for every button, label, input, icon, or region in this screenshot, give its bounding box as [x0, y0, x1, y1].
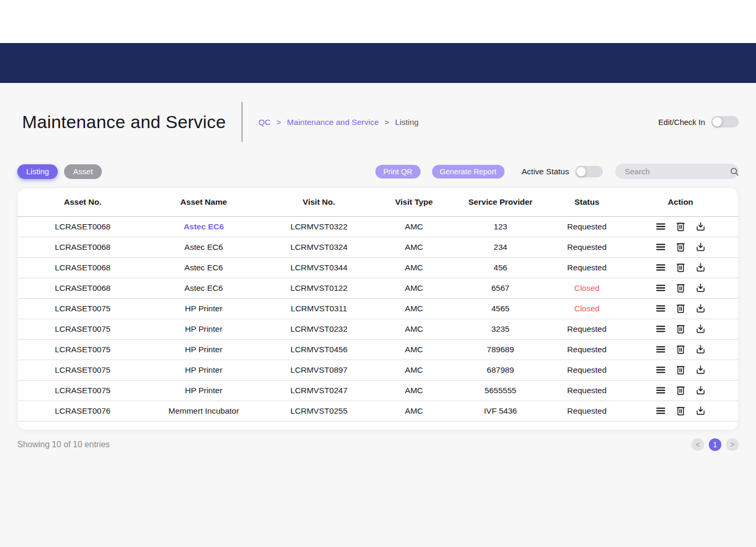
tab-listing[interactable]: Listing: [17, 164, 58, 179]
download-icon[interactable]: [695, 221, 706, 232]
cell-service-provider: 6567: [450, 278, 551, 298]
delete-icon[interactable]: [675, 323, 686, 334]
cell-service-provider: 123: [450, 216, 551, 237]
table-header-row: Asset No. Asset Name Visit No. Visit Typ…: [18, 188, 738, 216]
listing-table: Asset No. Asset Name Visit No. Visit Typ…: [18, 188, 738, 422]
cell-service-provider: 3235: [450, 319, 551, 339]
cell-actions: [623, 216, 738, 237]
status-badge: Requested: [551, 401, 623, 421]
download-icon[interactable]: [695, 385, 706, 396]
cell-asset-name[interactable]: Astec EC6: [148, 216, 260, 237]
cell-asset-name: Astec EC6: [148, 237, 260, 257]
cell-visit-type: AMC: [378, 216, 450, 237]
delete-icon[interactable]: [675, 303, 686, 314]
table-row: LCRASET0075 HP Printer LCRMVST0311 AMC 4…: [18, 298, 738, 319]
pagination: < 1 >: [691, 438, 739, 451]
cell-asset-no: LCRASET0068: [18, 237, 148, 257]
pagination-page-1[interactable]: 1: [709, 438, 721, 451]
table-row: LCRASET0075 HP Printer LCRMVST0247 AMC 5…: [18, 380, 738, 401]
delete-icon[interactable]: [675, 241, 686, 253]
menu-icon[interactable]: [655, 241, 666, 253]
cell-visit-no: LCRMVST0247: [260, 380, 378, 401]
cell-asset-no: LCRASET0068: [18, 257, 148, 278]
download-icon[interactable]: [695, 405, 706, 416]
download-icon[interactable]: [695, 303, 706, 314]
toolbar-right: Print QR Generate Report Active Status: [375, 164, 739, 179]
delete-icon[interactable]: [675, 262, 686, 273]
menu-icon[interactable]: [655, 303, 666, 314]
toggle-knob: [576, 167, 586, 176]
cell-visit-type: AMC: [378, 278, 450, 298]
col-status: Status: [551, 188, 623, 216]
menu-icon[interactable]: [655, 282, 666, 293]
delete-icon[interactable]: [675, 405, 686, 416]
edit-checkin-label: Edit/Check In: [658, 118, 705, 127]
status-badge: Requested: [551, 237, 623, 257]
active-status-toggle[interactable]: [575, 166, 603, 177]
breadcrumb-section[interactable]: Maintenance and Service: [287, 118, 379, 127]
footer-row: Showing 10 of 10 entries < 1 >: [0, 430, 756, 451]
menu-icon[interactable]: [655, 221, 666, 232]
download-icon[interactable]: [695, 282, 706, 293]
cell-actions: [623, 339, 738, 360]
title-divider: [242, 102, 243, 142]
cell-actions: [623, 319, 738, 339]
cell-asset-name: HP Printer: [148, 298, 260, 319]
search-input[interactable]: [625, 167, 729, 176]
delete-icon[interactable]: [675, 364, 686, 375]
table-row: LCRASET0068 Astec EC6 LCRMVST0122 AMC 65…: [18, 278, 738, 298]
cell-visit-no: LCRMVST0232: [260, 319, 378, 339]
cell-visit-no: LCRMVST0255: [260, 401, 378, 421]
download-icon[interactable]: [695, 262, 706, 273]
menu-icon[interactable]: [655, 364, 666, 375]
cell-visit-type: AMC: [378, 360, 450, 380]
download-icon[interactable]: [695, 241, 706, 253]
menu-icon[interactable]: [655, 262, 666, 273]
cell-asset-name: HP Printer: [148, 360, 260, 380]
delete-icon[interactable]: [675, 344, 686, 355]
cell-visit-type: AMC: [378, 380, 450, 401]
download-icon[interactable]: [695, 323, 706, 334]
cell-visit-no: LCRMVST0324: [260, 237, 378, 257]
cell-service-provider: 456: [450, 257, 551, 278]
delete-icon[interactable]: [675, 385, 686, 396]
table-row: LCRASET0068 Astec EC6 LCRMVST0322 AMC 12…: [18, 216, 738, 237]
col-asset-name: Asset Name: [148, 188, 260, 216]
app-header-bar: [0, 43, 756, 83]
cell-actions: [623, 380, 738, 401]
cell-actions: [623, 237, 738, 257]
download-icon[interactable]: [695, 364, 706, 375]
menu-icon[interactable]: [655, 405, 666, 416]
cell-service-provider: IVF 5436: [450, 401, 551, 421]
entries-summary: Showing 10 of 10 entries: [17, 440, 110, 449]
edit-checkin-control: Edit/Check In: [658, 116, 739, 128]
cell-asset-no: LCRASET0075: [18, 380, 148, 401]
search-box: [615, 164, 739, 179]
top-white-strip: [0, 0, 756, 43]
generate-report-button[interactable]: Generate Report: [432, 165, 505, 178]
col-service-provider: Service Provider: [450, 188, 551, 216]
cell-asset-no: LCRASET0075: [18, 360, 148, 380]
menu-icon[interactable]: [655, 323, 666, 334]
pagination-prev-button[interactable]: <: [691, 438, 704, 451]
search-icon[interactable]: [729, 166, 740, 177]
active-status-label: Active Status: [522, 167, 569, 176]
download-icon[interactable]: [695, 344, 706, 355]
page-content: Maintenance and Service QC > Maintenance…: [0, 83, 756, 547]
pagination-next-button[interactable]: >: [726, 438, 739, 451]
delete-icon[interactable]: [675, 221, 686, 232]
delete-icon[interactable]: [675, 282, 686, 293]
cell-asset-name: HP Printer: [148, 319, 260, 339]
menu-icon[interactable]: [655, 385, 666, 396]
tab-asset[interactable]: Asset: [64, 164, 102, 179]
col-asset-no: Asset No.: [18, 188, 148, 216]
cell-visit-type: AMC: [378, 319, 450, 339]
print-qr-button[interactable]: Print QR: [375, 165, 421, 178]
cell-asset-name: Astec EC6: [148, 278, 260, 298]
cell-actions: [623, 401, 738, 421]
menu-icon[interactable]: [655, 344, 666, 355]
breadcrumb-root[interactable]: QC: [258, 118, 270, 127]
col-action: Action: [623, 188, 738, 216]
cell-service-provider: 5655555: [450, 380, 551, 401]
edit-checkin-toggle[interactable]: [711, 116, 739, 128]
